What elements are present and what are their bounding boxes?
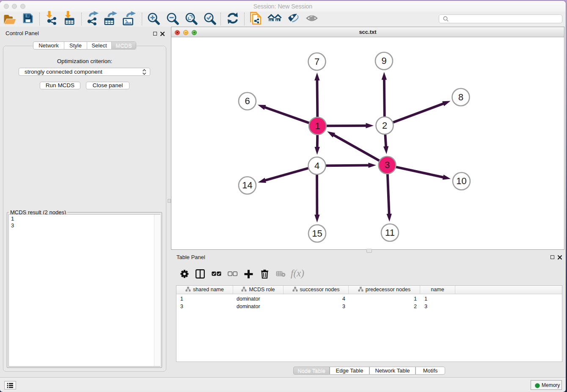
svg-text:4: 4 [314, 160, 319, 171]
svg-text:2: 2 [382, 120, 387, 131]
svg-text:7: 7 [314, 56, 319, 67]
svg-text:14: 14 [242, 180, 252, 190]
svg-text:1: 1 [315, 121, 320, 131]
svg-text:3: 3 [385, 160, 390, 170]
svg-text:10: 10 [456, 176, 466, 186]
svg-text:11: 11 [385, 227, 395, 238]
svg-text:15: 15 [312, 228, 322, 239]
svg-text:9: 9 [381, 55, 386, 66]
svg-text:8: 8 [458, 92, 463, 102]
svg-text:6: 6 [245, 96, 250, 106]
